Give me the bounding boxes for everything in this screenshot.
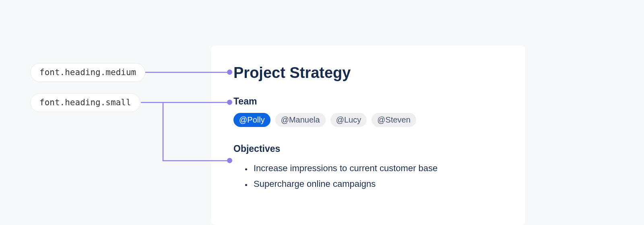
content-card: Project Strategy Team @Polly @Manuela @L…	[211, 45, 525, 225]
connector-dot-icon	[227, 158, 232, 163]
objectives-list: Increase impressions to current customer…	[233, 161, 503, 192]
team-section: Team @Polly @Manuela @Lucy @Steven	[233, 96, 503, 127]
page-title: Project Strategy	[233, 63, 503, 83]
annotation-font-heading-medium: font.heading.medium	[30, 63, 145, 82]
connector-dot-icon	[227, 100, 232, 105]
mention-tag[interactable]: @Polly	[233, 113, 270, 127]
objectives-section: Objectives Increase impressions to curre…	[233, 143, 503, 192]
objectives-heading: Objectives	[233, 143, 503, 155]
team-tags: @Polly @Manuela @Lucy @Steven	[233, 113, 503, 127]
list-item: Increase impressions to current customer…	[252, 161, 503, 176]
mention-tag[interactable]: @Lucy	[330, 113, 367, 127]
list-item: Supercharge online campaigns	[252, 176, 503, 192]
mention-tag[interactable]: @Manuela	[275, 113, 326, 127]
mention-tag[interactable]: @Steven	[372, 113, 416, 127]
annotation-font-heading-small: font.heading.small	[30, 93, 140, 112]
team-heading: Team	[233, 96, 503, 108]
connector-dot-icon	[227, 70, 232, 75]
